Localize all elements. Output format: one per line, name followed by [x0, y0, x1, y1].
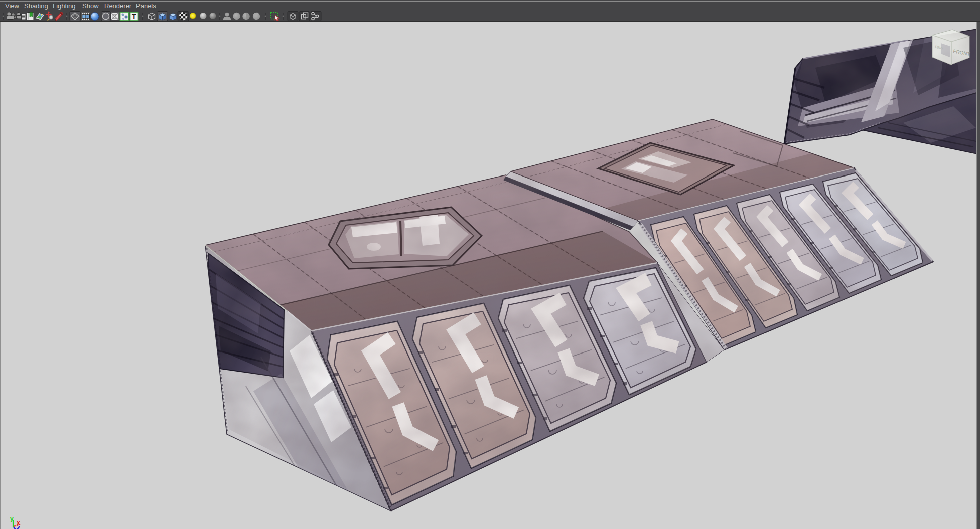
svg-text:T: T: [132, 13, 136, 21]
svg-text:y: y: [10, 515, 14, 522]
svg-text:x: x: [17, 519, 20, 526]
